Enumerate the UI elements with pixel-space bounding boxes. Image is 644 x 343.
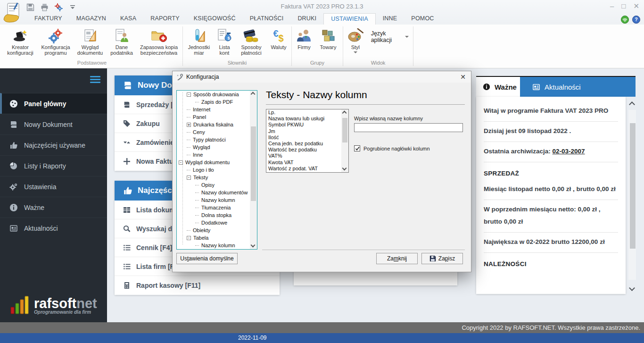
konfiguracja-programu-button[interactable]: Konfiguracja programu [38, 26, 74, 57]
archive-date-link[interactable]: 02-03-2007 [553, 148, 585, 155]
tree-item[interactable]: Wygląd dokumentu [185, 159, 230, 165]
tree-item[interactable]: Tłumaczenia [201, 205, 231, 210]
qat-customize-icon[interactable] [68, 2, 77, 12]
dane-podatnika-button[interactable]: Dane podatnika [107, 26, 137, 57]
dialog-close-icon[interactable]: ✕ [460, 73, 466, 81]
sposoby-platnosci-button[interactable]: Sposoby płatności [235, 26, 267, 57]
tree-collapse-box[interactable]: - [179, 160, 183, 165]
listbox-item[interactable]: Ilość [266, 134, 348, 141]
tab-faktury[interactable]: FAKTURY [27, 13, 69, 25]
tree-expand-box[interactable]: + [187, 123, 191, 127]
styl-button[interactable]: Styl [345, 26, 366, 54]
firmy-button[interactable]: Firmy [293, 26, 315, 51]
tree-item[interactable]: Wygląd [193, 144, 210, 150]
tab-platnosci[interactable]: PŁATNOŚCI [243, 13, 291, 25]
tab-ustawienia[interactable]: USTAWIENIA [323, 13, 375, 25]
tree-collapse-box[interactable]: - [187, 92, 191, 97]
tree-item[interactable]: Opisy [201, 182, 215, 188]
scroll-up-icon[interactable] [629, 101, 635, 108]
save-dialog-button[interactable]: Zapisz [421, 253, 463, 264]
tree-collapse-box[interactable]: - [187, 176, 191, 180]
minimize-button[interactable]: – [610, 2, 614, 10]
listbox-item[interactable]: Nazwa towaru lub usługi [266, 116, 348, 122]
towary-button[interactable]: Towary [315, 26, 341, 51]
tree-scrollbar[interactable] [250, 91, 257, 249]
listbox-item[interactable]: Wartość bez podatku [266, 147, 348, 153]
tree-item[interactable]: Drukarka fiskalna [193, 122, 233, 127]
listbox-item[interactable]: Jm [266, 128, 348, 134]
tree-item[interactable]: Tabela [193, 235, 208, 241]
close-dialog-button[interactable]: Zamknij [376, 253, 418, 264]
scroll-down-icon[interactable] [342, 166, 347, 171]
print-icon[interactable] [40, 2, 49, 12]
sidebar-item-najczesciej-uzywane[interactable]: Najczęściej używane [0, 134, 107, 155]
tab-inne[interactable]: INNE [376, 13, 405, 25]
settings-tree[interactable]: -Sposób drukowania Zapis do PDF Internet… [176, 90, 257, 250]
sidebar-item-panel-glowny[interactable]: Panel główny [0, 93, 107, 114]
listbox-item[interactable]: VAT% [266, 153, 348, 159]
column-names-listbox[interactable]: Lp. Nazwa towaru lub usługi Symbol PKWiU… [266, 109, 349, 173]
tree-item[interactable]: Dolna stopka [201, 212, 231, 218]
tree-item[interactable]: Dodatkowe [201, 220, 227, 226]
tree-item[interactable]: Ceny [193, 129, 205, 135]
listbox-scrollbar[interactable] [341, 109, 348, 172]
tab-druki[interactable]: DRUKI [290, 13, 323, 25]
tab-magazyn[interactable]: MAGAZYN [69, 13, 113, 25]
dialog-title-bar[interactable]: Konfiguracja ✕ [173, 71, 471, 83]
listbox-item[interactable]: Symbol PKWiU [266, 122, 348, 128]
scroll-up-icon[interactable] [342, 111, 347, 116]
tab-raporty[interactable]: RAPORTY [143, 13, 187, 25]
checkbox-checked-icon[interactable] [354, 145, 360, 151]
tree-item[interactable]: Internet [193, 107, 210, 112]
hamburger-menu-icon[interactable] [90, 76, 100, 83]
tab-aktualnosci[interactable]: Aktualności [520, 77, 636, 97]
tree-item-selected[interactable]: Nazwy kolumn [201, 197, 235, 203]
listbox-item[interactable]: Cena jedn. bez podatku [266, 141, 348, 147]
tab-pomoc[interactable]: POMOC [404, 13, 441, 25]
tree-item[interactable]: Panel [193, 114, 206, 120]
settings-icon[interactable] [54, 2, 63, 12]
tab-wazne[interactable]: Ważne [476, 77, 520, 97]
tree-item[interactable]: Obiekty [193, 227, 210, 233]
bold-headers-checkbox-row[interactable]: Pogrubione nagłówki kolumn [354, 145, 430, 151]
scroll-up-icon[interactable] [251, 92, 256, 97]
jezyk-aplikacji-button[interactable]: Język aplikacji [371, 30, 409, 43]
tree-item[interactable]: Nazwy kolumn [201, 243, 235, 248]
sidebar-item-listy-i-raporty[interactable]: Listy i Raporty [0, 155, 107, 176]
zapasowa-kopia-button[interactable]: Zapasowa kopia bezpieczeństwa [137, 26, 181, 57]
scroll-down-icon[interactable] [251, 243, 256, 248]
tree-item[interactable]: Teksty [193, 175, 208, 180]
tree-item[interactable]: Logo i tło [193, 167, 214, 173]
lista-kont-button[interactable]: $ Lista kont [214, 26, 235, 57]
sidebar-item-nowy-dokument[interactable]: Nowy Dokument [0, 114, 107, 134]
listbox-item[interactable]: Lp. [266, 109, 348, 116]
waluty-button[interactable]: €$ Waluty [267, 26, 290, 51]
help-icon[interactable]: ? [632, 16, 640, 25]
scrollbar-thumb[interactable] [342, 118, 347, 142]
custom-column-name-input[interactable] [354, 123, 463, 132]
tab-ksiegowosc[interactable]: KSIĘGOWOŚĆ [187, 13, 243, 25]
scrollbar-thumb[interactable] [251, 126, 256, 201]
scroll-down-icon[interactable] [629, 285, 635, 291]
tree-item[interactable]: Zapis do PDF [201, 99, 233, 105]
sidebar-item-aktualnosci[interactable]: Aktualności [0, 218, 107, 238]
sidebar-item-wazne[interactable]: Ważne [0, 197, 107, 218]
sidebar-item-ustawienia[interactable]: Ustawienia [0, 176, 107, 197]
panel-scrollbar[interactable] [628, 101, 637, 290]
app-logo-icon[interactable] [3, 1, 23, 23]
wyglad-dokumentu-button[interactable]: Wygląd dokumentu [74, 26, 107, 57]
tree-item[interactable]: Nazwy dokumentów [201, 190, 248, 195]
listbox-item[interactable]: Kwota VAT [266, 159, 348, 166]
tree-item[interactable]: Inne [193, 152, 203, 158]
tree-collapse-box[interactable]: - [187, 236, 191, 240]
save-icon[interactable] [25, 2, 35, 12]
tab-kasa[interactable]: KASA [113, 13, 143, 25]
kreator-konfiguracji-button[interactable]: Kreator konfiguracji [3, 26, 38, 57]
close-button[interactable]: ✕ [633, 2, 639, 10]
online-status-icon[interactable] [621, 16, 629, 25]
defaults-button[interactable]: Ustawienia domyślne [176, 253, 238, 264]
maximize-button[interactable]: □ [621, 2, 626, 10]
scrollbar-track[interactable] [628, 110, 636, 280]
tree-item[interactable]: Typy płatności [193, 137, 226, 142]
tree-item[interactable]: Sposób drukowania [193, 92, 239, 97]
